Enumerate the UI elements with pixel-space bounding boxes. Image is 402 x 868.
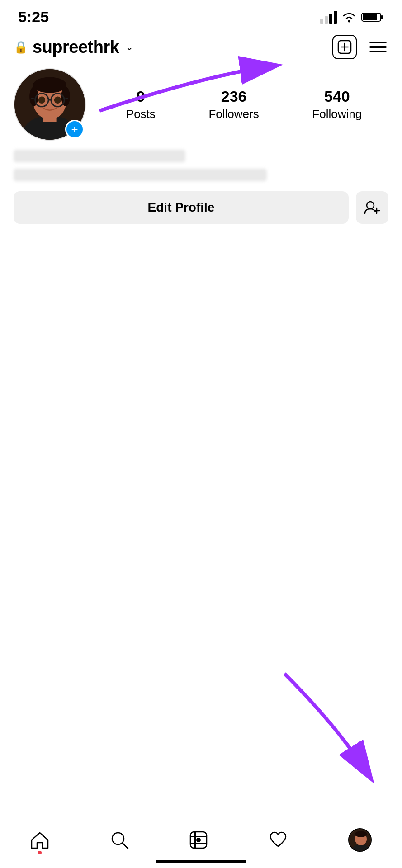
bio-area <box>14 150 388 181</box>
nav-home[interactable] <box>23 828 57 852</box>
following-count: 540 <box>324 88 350 105</box>
svg-point-0 <box>348 20 350 22</box>
nav-reels[interactable] <box>182 828 215 852</box>
status-time: 5:25 <box>18 8 49 26</box>
svg-point-36 <box>355 831 367 837</box>
svg-rect-30 <box>190 843 207 844</box>
header: 🔒 supreethrk ⌄ <box>0 30 402 64</box>
followers-count: 236 <box>221 88 247 105</box>
svg-point-26 <box>112 833 124 844</box>
new-post-button[interactable] <box>332 35 357 59</box>
header-left: 🔒 supreethrk ⌄ <box>14 38 133 57</box>
battery-icon <box>361 12 384 23</box>
home-dot <box>38 851 42 854</box>
username[interactable]: supreethrk <box>33 38 119 57</box>
following-label: Following <box>312 107 362 121</box>
bio-line-2 <box>14 169 267 181</box>
status-icons <box>320 11 384 24</box>
new-post-icon <box>337 40 352 54</box>
svg-rect-31 <box>194 832 196 848</box>
menu-line-3 <box>369 51 387 53</box>
avatar-wrap: + <box>14 68 86 141</box>
search-icon <box>110 830 129 849</box>
home-icon <box>30 831 49 849</box>
profile-top: + 9 Posts 236 Followers 540 Following <box>14 68 388 141</box>
signal-icon <box>320 11 337 24</box>
svg-point-22 <box>367 202 374 209</box>
menu-line-2 <box>369 46 387 48</box>
profile-avatar-nav-image <box>349 829 372 852</box>
add-friend-icon <box>364 201 380 214</box>
reels-icon <box>189 830 208 849</box>
following-stat[interactable]: 540 Following <box>312 88 362 121</box>
add-story-button[interactable]: + <box>65 120 84 139</box>
action-buttons: Edit Profile <box>14 191 388 224</box>
annotation-arrow-bottom <box>248 646 393 791</box>
svg-rect-29 <box>190 836 207 837</box>
status-bar: 5:25 <box>0 0 402 30</box>
svg-point-32 <box>196 838 201 842</box>
home-indicator <box>156 860 246 863</box>
posts-stat[interactable]: 9 Posts <box>126 88 156 121</box>
header-right <box>332 35 388 59</box>
chevron-down-icon[interactable]: ⌄ <box>125 41 133 53</box>
followers-label: Followers <box>208 107 259 121</box>
nav-activity[interactable] <box>261 828 295 852</box>
posts-count: 9 <box>137 88 145 105</box>
bio-line-1 <box>14 150 185 162</box>
svg-point-21 <box>54 96 61 104</box>
add-friend-button[interactable] <box>356 191 388 224</box>
profile-avatar-nav[interactable] <box>348 828 372 852</box>
followers-stat[interactable]: 236 Followers <box>208 88 259 121</box>
svg-rect-3 <box>363 14 377 20</box>
svg-rect-2 <box>381 15 383 19</box>
heart-icon <box>269 831 288 849</box>
svg-point-12 <box>33 77 66 93</box>
svg-line-27 <box>123 843 128 849</box>
posts-label: Posts <box>126 107 156 121</box>
wifi-icon <box>341 11 357 23</box>
menu-line-1 <box>369 42 387 43</box>
stats-row: 9 Posts 236 Followers 540 Following <box>99 88 388 121</box>
menu-button[interactable] <box>368 40 388 55</box>
nav-items <box>0 826 402 854</box>
edit-profile-button[interactable]: Edit Profile <box>14 191 349 224</box>
nav-search[interactable] <box>103 828 136 852</box>
profile-section: + 9 Posts 236 Followers 540 Following Ed… <box>0 64 402 224</box>
nav-profile[interactable] <box>341 826 379 854</box>
lock-icon: 🔒 <box>14 40 28 54</box>
svg-point-20 <box>38 96 46 104</box>
